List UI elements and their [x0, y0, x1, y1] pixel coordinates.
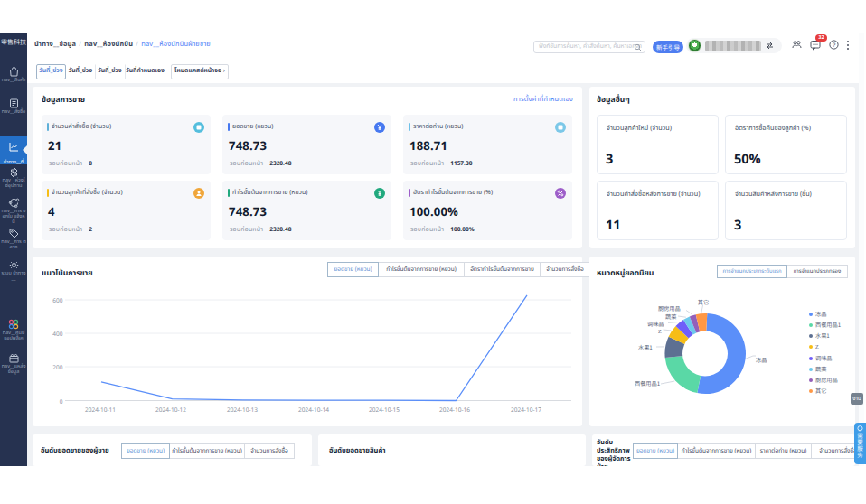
- svg-text:?: ?: [833, 42, 836, 49]
